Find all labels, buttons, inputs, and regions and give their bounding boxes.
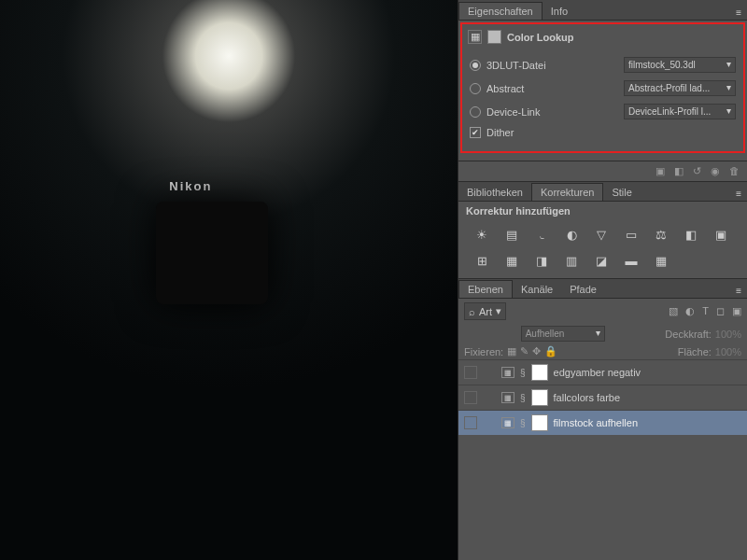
- filter-smart-icon[interactable]: ▣: [732, 305, 741, 317]
- invert-icon[interactable]: ◨: [531, 252, 552, 269]
- layers-menu-icon[interactable]: ≡: [730, 284, 747, 298]
- right-sidepanel: Eigenschaften Info ≡ ▦ Color Lookup 3DLU…: [458, 0, 747, 560]
- tab-properties[interactable]: Eigenschaften: [458, 2, 543, 20]
- layer-mask-thumb[interactable]: [531, 364, 548, 381]
- camera-brand-text: Nikon: [169, 179, 212, 193]
- document-canvas[interactable]: Nikon: [0, 0, 458, 560]
- reset-icon[interactable]: ↺: [693, 165, 701, 177]
- exposure-icon[interactable]: ◐: [561, 226, 582, 243]
- label-abstract: Abstract: [486, 83, 524, 94]
- layers-tabs: Ebenen Kanäle Pfade ≡: [458, 278, 747, 299]
- mask-icon: [487, 30, 501, 44]
- lock-label: Fixieren:: [464, 346, 503, 357]
- visibility-toggle[interactable]: [464, 391, 477, 404]
- filter-pixel-icon[interactable]: ▧: [669, 305, 678, 317]
- grid-icon: ▦: [468, 30, 482, 44]
- layer-row[interactable]: ▦ § edgyamber negativ: [458, 359, 747, 385]
- selectivecolor-icon[interactable]: ▦: [651, 252, 671, 269]
- visibility-toggle[interactable]: [464, 366, 477, 379]
- fill-label: Fläche:: [678, 346, 712, 357]
- tab-pfade[interactable]: Pfade: [561, 281, 605, 298]
- panel-menu-icon[interactable]: ≡: [730, 6, 747, 20]
- checkbox-dither[interactable]: [470, 127, 481, 138]
- layer-name[interactable]: fallcolors farbe: [554, 392, 621, 403]
- dropdown-devicelink[interactable]: DeviceLink-Profil l...: [624, 104, 736, 119]
- filter-adjust-icon[interactable]: ◐: [685, 305, 695, 317]
- radio-devicelink[interactable]: [470, 106, 481, 118]
- layer-name[interactable]: edgyamber negativ: [554, 367, 641, 378]
- visibility-icon[interactable]: ◉: [711, 165, 720, 177]
- lock-transparent-icon[interactable]: ▦: [507, 345, 516, 357]
- adjustment-title: Color Lookup: [507, 32, 574, 43]
- opacity-label: Deckkraft:: [665, 329, 712, 340]
- tab-stile[interactable]: Stile: [603, 184, 640, 201]
- curves-icon[interactable]: ⦦: [531, 226, 552, 243]
- camera-lens-graphic: [192, 235, 244, 287]
- filter-shape-icon[interactable]: ◻: [716, 305, 725, 317]
- link-icon: §: [520, 418, 526, 428]
- radio-3dlut[interactable]: [470, 60, 481, 71]
- properties-utilbar: ▣ ◧ ↺ ◉ 🗑: [458, 161, 747, 181]
- brightness-icon[interactable]: ☀: [472, 226, 492, 243]
- label-devicelink: Device-Link: [486, 106, 540, 118]
- posterize-icon[interactable]: ▥: [561, 252, 582, 269]
- tab-ebenen[interactable]: Ebenen: [458, 280, 513, 298]
- layer-mask-thumb[interactable]: [531, 414, 548, 431]
- photofilter-icon[interactable]: ▣: [711, 226, 731, 243]
- tab-kanaele[interactable]: Kanäle: [513, 281, 561, 298]
- opacity-value[interactable]: 100%: [715, 329, 741, 340]
- link-icon: §: [520, 393, 526, 403]
- properties-tabs: Eigenschaften Info ≡: [458, 0, 747, 21]
- properties-highlight-box: ▦ Color Lookup 3DLUT-Datei filmstock_50.…: [460, 22, 745, 153]
- layer-filter-kind[interactable]: ⌕ Art ▾: [464, 302, 506, 320]
- vibrance-icon[interactable]: ▽: [591, 226, 612, 243]
- lock-pixels-icon[interactable]: ✎: [520, 345, 529, 357]
- adjustments-menu-icon[interactable]: ≡: [730, 187, 747, 201]
- radio-abstract[interactable]: [470, 83, 481, 94]
- adjustments-tabs: Bibliotheken Korrekturen Stile ≡: [458, 181, 747, 202]
- clip-icon[interactable]: ▣: [655, 165, 665, 177]
- previous-icon[interactable]: ◧: [674, 165, 684, 177]
- blend-mode-dropdown[interactable]: Aufhellen: [521, 326, 605, 342]
- adjustments-grid: ☀ ▤ ⦦ ◐ ▽ ▭ ⚖ ◧ ▣ ⊞ ▦ ◨ ▥ ◪ ▬ ▦: [458, 220, 747, 278]
- lock-all-icon[interactable]: 🔒: [544, 345, 557, 357]
- colorlookup-icon[interactable]: ▦: [501, 252, 522, 269]
- search-icon: ⌕: [469, 306, 475, 317]
- tab-korrekturen[interactable]: Korrekturen: [531, 183, 603, 201]
- adjustment-thumb-icon: ▦: [501, 417, 514, 428]
- threshold-icon[interactable]: ◪: [591, 252, 612, 269]
- visibility-toggle[interactable]: [464, 416, 477, 429]
- label-3dlut: 3DLUT-Datei: [486, 60, 546, 71]
- adjustments-subtitle: Korrektur hinzufügen: [458, 202, 747, 220]
- levels-icon[interactable]: ▤: [501, 226, 522, 243]
- label-dither: Dither: [486, 127, 514, 138]
- chevron-down-icon: ▾: [496, 305, 501, 317]
- bw-icon[interactable]: ◧: [681, 226, 701, 243]
- dropdown-abstract[interactable]: Abstract-Profil lad...: [624, 80, 736, 96]
- layer-row[interactable]: ▦ § fallcolors farbe: [458, 385, 747, 410]
- fill-value[interactable]: 100%: [715, 346, 741, 357]
- link-icon: §: [520, 368, 526, 378]
- tab-bibliotheken[interactable]: Bibliotheken: [458, 184, 531, 201]
- adjustment-thumb-icon: ▦: [501, 392, 514, 403]
- dropdown-3dlut[interactable]: filmstock_50.3dl: [624, 57, 736, 73]
- channelmixer-icon[interactable]: ⊞: [472, 252, 492, 269]
- layer-row-selected[interactable]: ▦ § filmstock aufhellen: [458, 410, 747, 435]
- layer-mask-thumb[interactable]: [531, 389, 548, 406]
- gradientmap-icon[interactable]: ▬: [621, 252, 641, 269]
- filter-type-icon[interactable]: T: [702, 305, 709, 317]
- trash-icon[interactable]: 🗑: [729, 165, 740, 177]
- lock-position-icon[interactable]: ✥: [532, 345, 541, 357]
- colorbalance-icon[interactable]: ⚖: [651, 226, 671, 243]
- tab-info[interactable]: Info: [543, 3, 576, 20]
- hue-icon[interactable]: ▭: [621, 226, 641, 243]
- layer-name[interactable]: filmstock aufhellen: [554, 417, 639, 428]
- adjustment-thumb-icon: ▦: [501, 367, 514, 378]
